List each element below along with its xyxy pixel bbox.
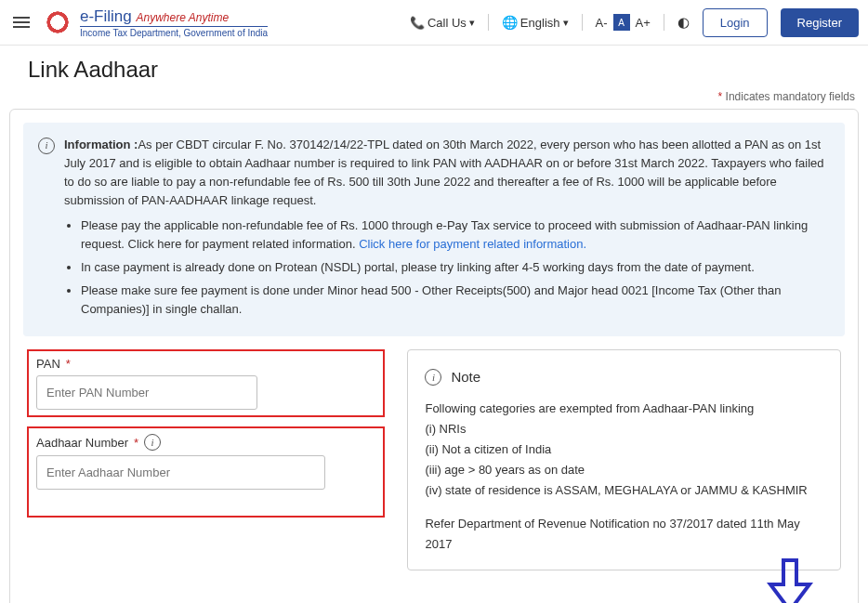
language-label: English (520, 16, 560, 30)
note-line-nri: (i) NRIs (425, 419, 823, 439)
note-line-age: (iii) age > 80 years as on date (425, 460, 823, 480)
separator (664, 14, 664, 31)
information-panel: i Information :As per CBDT circular F. N… (23, 123, 845, 336)
mandatory-hint: * Indicates mandatory fields (0, 90, 855, 103)
chevron-down-icon: ▾ (563, 17, 569, 29)
separator (488, 14, 489, 31)
top-header: e-Filing Anywhere Anytime Income Tax Dep… (0, 0, 868, 46)
info-label: Information : (64, 138, 138, 151)
font-decrease-button[interactable]: A- (596, 16, 608, 30)
call-us-label: Call Us (427, 16, 467, 30)
globe-icon: 🌐 (502, 15, 518, 30)
note-line-ref: Refer Department of Revenue Notification… (425, 514, 823, 555)
info-icon[interactable]: i (144, 434, 161, 451)
aadhaar-label: Aadhaar Number* i (36, 434, 375, 451)
brand-title: e-Filing Anywhere Anytime (80, 7, 268, 26)
info-icon: i (38, 138, 55, 154)
payment-info-link[interactable]: Click here for payment related informati… (359, 237, 586, 251)
contrast-toggle-icon[interactable]: ◐ (677, 14, 690, 31)
language-dropdown[interactable]: 🌐 English ▾ (502, 15, 569, 30)
register-button[interactable]: Register (781, 8, 859, 37)
info-icon: i (425, 369, 441, 386)
separator (582, 14, 583, 31)
annotation-arrow-down-icon (767, 558, 813, 603)
pan-label: PAN* (36, 357, 375, 371)
chevron-down-icon: ▾ (469, 17, 475, 29)
note-line-intro: Following categories are exempted from A… (425, 399, 823, 419)
pan-field-highlight: PAN* (27, 349, 385, 417)
emblem-icon (41, 6, 74, 39)
note-line-state: (iv) state of residence is ASSAM, MEGHAL… (425, 480, 823, 501)
aadhaar-input[interactable] (36, 455, 325, 490)
note-line-citizen: (ii) Not a citizen of India (425, 439, 823, 460)
note-panel: i Note Following categories are exempted… (407, 349, 841, 570)
phone-icon: 📞 (410, 16, 425, 30)
info-bullet-fee: Please pay the applicable non-refundable… (81, 216, 830, 254)
main-card: i Information :As per CBDT circular F. N… (9, 109, 859, 603)
aadhaar-field-highlight: Aadhaar Number* i (27, 426, 385, 518)
brand-logo[interactable]: e-Filing Anywhere Anytime Income Tax Dep… (41, 6, 268, 39)
pan-input[interactable] (36, 375, 257, 410)
info-bullet-nsdl: In case payment is already done on Prote… (81, 258, 830, 277)
login-button[interactable]: Login (703, 8, 768, 37)
call-us-dropdown[interactable]: 📞 Call Us ▾ (410, 16, 475, 30)
note-title: Note (451, 365, 480, 389)
brand-subtitle: Income Tax Department, Government of Ind… (80, 26, 268, 38)
font-normal-button[interactable]: A (613, 14, 630, 31)
page-title: Link Aadhaar (0, 46, 868, 86)
menu-hamburger-icon[interactable] (9, 13, 33, 32)
font-increase-button[interactable]: A+ (636, 16, 651, 30)
info-paragraph: As per CBDT circular F. No. 370142/14/22… (64, 138, 824, 207)
info-bullet-challan: Please make sure fee payment is done und… (81, 282, 830, 319)
